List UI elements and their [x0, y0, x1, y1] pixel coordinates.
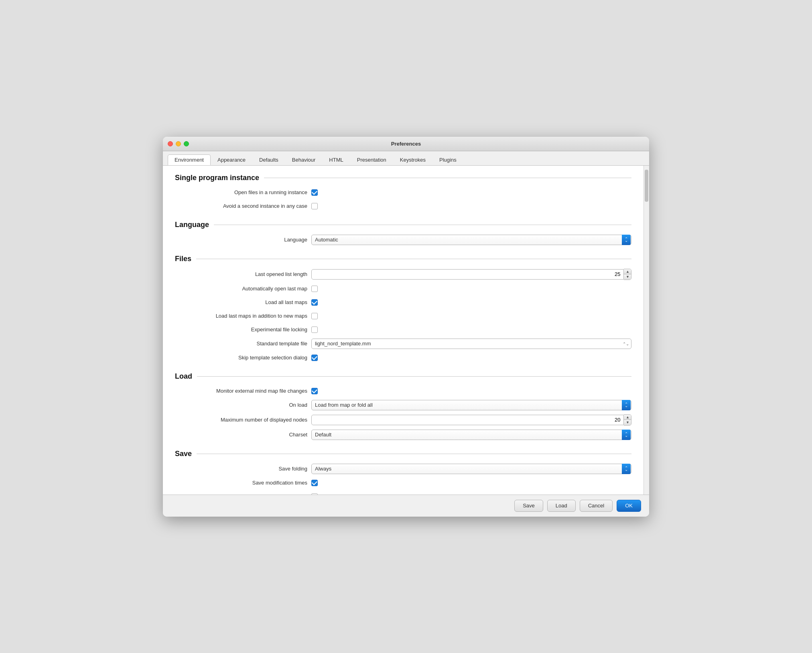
label-save-mod-times: Save modification times [175, 480, 311, 486]
stepper-up-max-nodes[interactable]: ▲ [624, 415, 631, 420]
row-monitor: Monitor external mind map file changes [175, 386, 631, 396]
section-load: Load Monitor external mind map file chan… [175, 372, 631, 440]
control-load-all-last [311, 299, 631, 306]
section-title-single-program-instance: Single program instance [175, 174, 259, 182]
save-button[interactable]: Save [514, 500, 543, 512]
label-language: Language [175, 237, 311, 243]
control-save-mod-times [311, 480, 631, 486]
control-load-last-addition [311, 313, 631, 319]
scrollbar-thumb[interactable] [645, 170, 648, 202]
row-avoid-second: Avoid a second instance in any case [175, 201, 631, 211]
stepper-down-last-opened[interactable]: ▼ [624, 274, 631, 280]
tab-plugins[interactable]: Plugins [432, 154, 463, 165]
tab-behaviour[interactable]: Behaviour [285, 154, 323, 165]
stepper-input-last-opened[interactable] [311, 269, 624, 280]
row-max-nodes: Maximum number of displayed nodes ▲ ▼ [175, 414, 631, 426]
control-auto-open-last [311, 286, 631, 292]
section-title-files: Files [175, 255, 191, 263]
section-language: Language Language Automatic English Germ… [175, 221, 631, 245]
tab-appearance[interactable]: Appearance [211, 154, 252, 165]
label-save-folding: Save folding [175, 466, 311, 472]
control-on-load: Load from map or fold all Load from map … [311, 400, 631, 410]
scrollbar[interactable] [644, 166, 649, 495]
checkbox-auto-open-last[interactable] [311, 286, 318, 292]
checkbox-save-mod-times[interactable] [311, 480, 318, 486]
section-single-program-instance: Single program instance Open files in a … [175, 174, 631, 211]
row-load-all-last: Load all last maps [175, 298, 631, 307]
row-save-folding: Save folding Always Never Ask [175, 464, 631, 474]
label-charset: Charset [175, 432, 311, 438]
row-skip-template: Skip template selection dialog [175, 353, 631, 363]
control-language: Automatic English German French [311, 235, 631, 245]
stepper-input-max-nodes[interactable] [311, 415, 624, 425]
control-max-nodes: ▲ ▼ [311, 414, 631, 426]
tabs-bar: Environment Appearance Defaults Behaviou… [163, 151, 649, 166]
section-header-load: Load [175, 372, 631, 381]
tab-html[interactable]: HTML [322, 154, 350, 165]
save-folding-select-wrapper: Always Never Ask [311, 464, 631, 474]
checkbox-load-last-addition[interactable] [311, 313, 318, 319]
checkbox-monitor[interactable] [311, 388, 318, 394]
template-select[interactable]: light_nord_template.mm [311, 339, 631, 349]
on-load-select[interactable]: Load from map or fold all Load from map … [311, 400, 631, 410]
row-charset: Charset Default UTF-8 ISO-8859-1 UTF-16 [175, 430, 631, 440]
row-open-files: Open files in a running instance [175, 188, 631, 197]
stepper-buttons-max-nodes: ▲ ▼ [624, 414, 631, 426]
ok-button[interactable]: OK [617, 500, 641, 512]
stepper-up-last-opened[interactable]: ▲ [624, 269, 631, 274]
stepper-down-max-nodes[interactable]: ▼ [624, 420, 631, 425]
control-avoid-second [311, 203, 631, 209]
tab-defaults[interactable]: Defaults [252, 154, 285, 165]
row-on-load: On load Load from map or fold all Load f… [175, 400, 631, 410]
language-select[interactable]: Automatic English German French [311, 235, 631, 245]
save-folding-select[interactable]: Always Never Ask [311, 464, 631, 474]
row-standard-template: Standard template file light_nord_templa… [175, 339, 631, 349]
section-title-language: Language [175, 221, 209, 229]
control-skip-template [311, 355, 631, 361]
charset-select-wrapper: Default UTF-8 ISO-8859-1 UTF-16 [311, 430, 631, 440]
tab-environment[interactable]: Environment [168, 154, 211, 165]
control-monitor [311, 388, 631, 394]
control-last-opened: ▲ ▼ [311, 269, 631, 280]
label-auto-open-last: Automatically open last map [175, 286, 311, 292]
row-auto-open-last: Automatically open last map [175, 284, 631, 294]
maximize-button[interactable] [184, 141, 189, 146]
checkbox-skip-template[interactable] [311, 355, 318, 361]
tab-presentation[interactable]: Presentation [350, 154, 393, 165]
section-title-save: Save [175, 450, 192, 458]
main-content: Single program instance Open files in a … [163, 166, 644, 495]
stepper-wrapper-max-nodes: ▲ ▼ [311, 414, 631, 426]
row-language: Language Automatic English German French [175, 235, 631, 245]
cancel-button[interactable]: Cancel [580, 500, 613, 512]
content-area: Single program instance Open files in a … [163, 166, 649, 495]
control-experimental-locking [311, 326, 631, 333]
section-header-files: Files [175, 255, 631, 263]
section-header-save: Save [175, 450, 631, 458]
section-divider-load [197, 376, 631, 377]
section-title-load: Load [175, 372, 192, 381]
row-load-last-addition: Load last maps in addition to new maps [175, 311, 631, 321]
label-standard-template: Standard template file [175, 341, 311, 347]
tab-keystrokes[interactable]: Keystrokes [393, 154, 432, 165]
control-open-files [311, 189, 631, 196]
row-save-last-pos: Save last position in map [175, 492, 631, 495]
section-files: Files Last opened list length ▲ ▼ [175, 255, 631, 363]
checkbox-experimental-locking[interactable] [311, 326, 318, 333]
control-charset: Default UTF-8 ISO-8859-1 UTF-16 [311, 430, 631, 440]
checkbox-avoid-second[interactable] [311, 203, 318, 209]
label-open-files: Open files in a running instance [175, 189, 311, 195]
load-button[interactable]: Load [547, 500, 576, 512]
checkbox-wrapper-avoid-second [311, 203, 631, 209]
checkbox-load-all-last[interactable] [311, 299, 318, 306]
charset-select[interactable]: Default UTF-8 ISO-8859-1 UTF-16 [311, 430, 631, 440]
section-header-language: Language [175, 221, 631, 229]
checkbox-open-files[interactable] [311, 189, 318, 196]
close-button[interactable] [168, 141, 173, 146]
label-load-all-last: Load all last maps [175, 299, 311, 305]
label-avoid-second: Avoid a second instance in any case [175, 203, 311, 209]
minimize-button[interactable] [176, 141, 181, 146]
language-select-wrapper: Automatic English German French [311, 235, 631, 245]
label-experimental-locking: Experimental file locking [175, 326, 311, 333]
preferences-window: Preferences Environment Appearance Defau… [163, 137, 649, 517]
section-divider-save [197, 454, 631, 454]
